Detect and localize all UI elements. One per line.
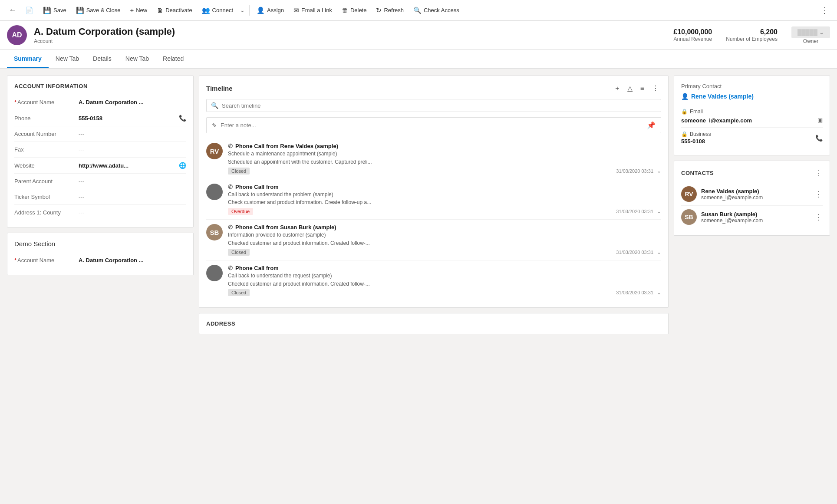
phone-icon[interactable]: 📞 xyxy=(179,115,186,122)
note-input[interactable] xyxy=(221,122,643,128)
field-value-website[interactable]: http://www.adatu... xyxy=(79,162,175,169)
entry-body-3: ✆ Phone Call from Susan Burk (sample) In… xyxy=(228,224,661,256)
field-label-website: Website xyxy=(14,162,75,169)
tab-related[interactable]: Related xyxy=(156,50,191,68)
toolbar: ← 📄 💾 Save 💾 Save & Close + New 🗎 Deacti… xyxy=(0,0,837,21)
contact-list-item-2: SB Susan Burk (sample) someone_l@example… xyxy=(681,206,823,228)
contact-item-more-1[interactable]: ⋮ xyxy=(815,189,823,199)
business-phone-icon[interactable]: 📞 xyxy=(815,135,823,142)
field-website: Website http://www.adatu... 🌐 xyxy=(14,158,186,174)
entry-title-1: ✆ Phone Call from Rene Valdes (sample) xyxy=(228,143,661,149)
contact-item-email-1: someone_i@example.com xyxy=(701,194,811,201)
entry-avatar-4 xyxy=(206,265,223,281)
email-link-button[interactable]: ✉ Email a Link xyxy=(289,4,336,17)
entry-title-4: ✆ Phone Call from xyxy=(228,265,661,271)
deactivate-button[interactable]: 🗎 Deactivate xyxy=(152,4,196,16)
status-badge-4: Closed xyxy=(228,289,250,296)
phone-call-icon-3: ✆ xyxy=(228,224,233,231)
connect-icon: 👥 xyxy=(202,7,210,14)
refresh-button[interactable]: ↻ Refresh xyxy=(372,4,408,17)
primary-contact-card: Primary Contact 👤 Rene Valdes (sample) 🔒… xyxy=(674,76,830,155)
timeline-search-input[interactable] xyxy=(222,102,656,109)
field-value-account-number[interactable]: --- xyxy=(79,131,186,137)
field-value-address-county[interactable]: --- xyxy=(79,209,186,216)
field-label-address-county: Address 1: County xyxy=(14,209,75,216)
timeline-entry-4: ✆ Phone Call from Call back to understan… xyxy=(206,260,661,301)
timeline-filter-button[interactable]: △ xyxy=(625,83,635,94)
entry-body-1: ✆ Phone Call from Rene Valdes (sample) S… xyxy=(228,143,661,175)
entry-chevron-3[interactable]: ⌄ xyxy=(657,249,661,255)
timeline-section: Timeline + △ ≡ ⋮ 🔍 ✎ 📌 RV xyxy=(199,76,669,308)
tab-details[interactable]: Details xyxy=(86,50,119,68)
field-label-account-number: Account Number xyxy=(14,131,75,137)
lock-icon-business: 🔒 xyxy=(681,131,688,137)
doc-icon-btn[interactable]: 📄 xyxy=(21,4,38,17)
field-value-parent-account[interactable]: --- xyxy=(79,178,186,184)
entry-desc2-3: Checked customer and product information… xyxy=(228,240,661,247)
entry-avatar-3: SB xyxy=(206,224,223,240)
timeline-more-button[interactable]: ⋮ xyxy=(650,83,661,94)
field-value-ticker-symbol[interactable]: --- xyxy=(79,194,186,200)
contact-item-more-2[interactable]: ⋮ xyxy=(815,212,823,222)
entry-chevron-2[interactable]: ⌄ xyxy=(657,208,661,214)
save-close-icon: 💾 xyxy=(76,7,84,14)
more-options-button[interactable]: ⋮ xyxy=(817,3,832,18)
entry-footer-1: Closed 31/03/2020 03:31 ⌄ xyxy=(228,168,661,175)
save-button[interactable]: 💾 Save xyxy=(39,4,71,17)
status-badge-3: Closed xyxy=(228,249,250,256)
save-close-button[interactable]: 💾 Save & Close xyxy=(72,4,125,17)
connect-button[interactable]: 👥 Connect xyxy=(198,4,237,17)
entry-chevron-1[interactable]: ⌄ xyxy=(657,168,661,174)
demo-field-value-account-name[interactable]: A. Datum Corporation ... xyxy=(79,257,186,264)
entry-title-text-1: Phone Call from Rene Valdes (sample) xyxy=(235,143,338,149)
primary-contact-name-link[interactable]: 👤 Rene Valdes (sample) xyxy=(681,93,823,100)
phone-call-icon-2: ✆ xyxy=(228,184,233,190)
contact-info-section: 🔒 Email someone_i@example.com ▣ 🔒 Busine… xyxy=(681,105,823,148)
field-account-name: *Account Name A. Datum Corporation ... xyxy=(14,95,186,110)
attach-icon[interactable]: 📌 xyxy=(647,121,656,129)
field-value-account-name[interactable]: A. Datum Corporation ... xyxy=(79,99,186,105)
contacts-title: CONTACTS xyxy=(681,170,815,176)
contact-item-name-1[interactable]: Rene Valdes (sample) xyxy=(701,188,811,194)
contact-item-name-2[interactable]: Susan Burk (sample) xyxy=(701,211,811,217)
timeline-add-button[interactable]: + xyxy=(613,83,621,94)
annual-revenue-field: £10,000,000 Annual Revenue xyxy=(673,28,712,42)
contact-item-info-2: Susan Burk (sample) someone_l@example.co… xyxy=(701,211,811,224)
annual-revenue-value: £10,000,000 xyxy=(673,28,712,36)
entry-desc1-4: Call back to understand the request (sam… xyxy=(228,272,661,280)
note-input-row: ✎ 📌 xyxy=(206,117,661,133)
tab-newtab2[interactable]: New Tab xyxy=(119,50,156,68)
copy-icon[interactable]: ▣ xyxy=(817,117,823,123)
account-info-title: ACCOUNT INFORMATION xyxy=(14,83,186,89)
field-label-phone: Phone xyxy=(14,115,75,122)
record-subtitle: Account xyxy=(34,38,666,44)
main-content: ACCOUNT INFORMATION *Account Name A. Dat… xyxy=(0,69,837,500)
tab-summary[interactable]: Summary xyxy=(7,50,49,68)
tab-newtab1[interactable]: New Tab xyxy=(49,50,86,68)
timeline-list-button[interactable]: ≡ xyxy=(638,83,646,94)
annual-revenue-label: Annual Revenue xyxy=(673,36,712,42)
field-label-account-name: *Account Name xyxy=(14,99,75,105)
entry-footer-2: Overdue 31/03/2020 03:31 ⌄ xyxy=(228,208,661,215)
contacts-more-button[interactable]: ⋮ xyxy=(815,168,823,178)
field-value-fax[interactable]: --- xyxy=(79,146,186,153)
check-access-button[interactable]: 🔍 Check Access xyxy=(409,4,464,17)
timeline-search-bar[interactable]: 🔍 xyxy=(206,99,661,112)
save-icon: 💾 xyxy=(43,7,51,14)
entry-title-text-2: Phone Call from xyxy=(235,184,279,190)
field-label-ticker-symbol: Ticker Symbol xyxy=(14,194,75,200)
field-parent-account: Parent Account --- xyxy=(14,174,186,189)
record-title: A. Datum Corporation (sample) xyxy=(34,26,666,37)
delete-button[interactable]: 🗑 Delete xyxy=(337,4,371,16)
account-info-section: ACCOUNT INFORMATION *Account Name A. Dat… xyxy=(7,76,194,227)
globe-icon[interactable]: 🌐 xyxy=(179,162,186,169)
back-button[interactable]: ← xyxy=(5,3,20,17)
assign-button[interactable]: 👤 Assign xyxy=(252,4,288,17)
timeline-actions: + △ ≡ ⋮ xyxy=(613,83,661,94)
connect-chevron[interactable]: ⌄ xyxy=(238,4,247,16)
field-value-phone[interactable]: 555-0158 xyxy=(79,115,175,122)
entry-chevron-4[interactable]: ⌄ xyxy=(657,290,661,296)
owner-button[interactable]: █████ ⌄ xyxy=(791,26,830,38)
header-fields: £10,000,000 Annual Revenue 6,200 Number … xyxy=(673,26,830,44)
new-button[interactable]: + New xyxy=(125,4,152,16)
